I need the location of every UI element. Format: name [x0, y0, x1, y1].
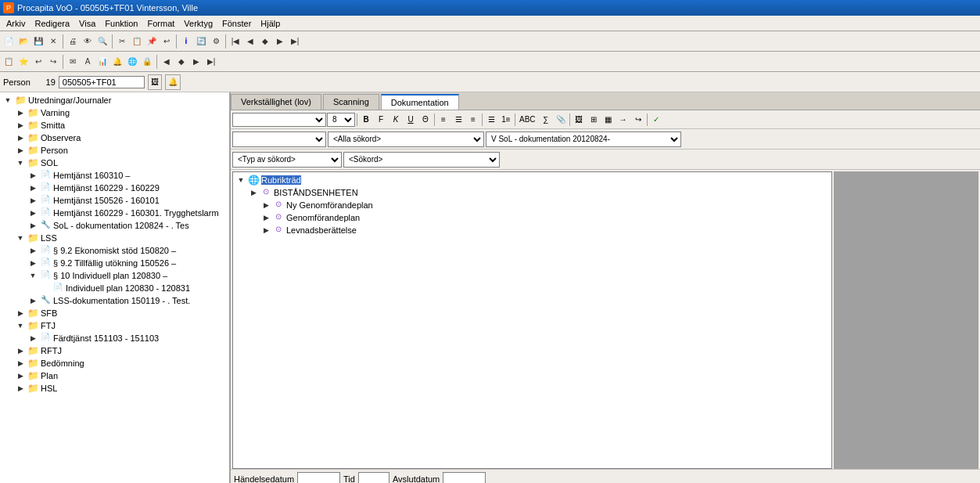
font-family-select[interactable]: [232, 113, 326, 127]
paste-btn[interactable]: 📌: [145, 34, 159, 49]
expander[interactable]: ▶: [14, 384, 27, 392]
img-btn[interactable]: 🖼: [572, 113, 586, 127]
menu-hjalp[interactable]: Hjälp: [256, 17, 285, 30]
expander[interactable]: ▼: [27, 272, 39, 279]
config-btn[interactable]: ⚙: [209, 34, 223, 49]
person-alert-btn[interactable]: 🔔: [165, 74, 181, 90]
tree-item-hemtjanst3[interactable]: ▶ 📄 Hemtjänst 150526 - 160101: [2, 194, 228, 207]
expander[interactable]: ▶: [27, 222, 39, 229]
font-f-btn[interactable]: F: [374, 113, 388, 127]
expander[interactable]: ▶: [14, 359, 27, 367]
cols-btn[interactable]: ▦: [601, 113, 616, 127]
tree-item-hemtjanst1[interactable]: ▶ 📄 Hemtjänst 160310 –: [2, 169, 228, 182]
event-date-input[interactable]: [297, 472, 340, 484]
bold-icon[interactable]: B: [359, 113, 373, 127]
keyword-search-select[interactable]: <Sökord>: [343, 152, 500, 168]
arrow-right-btn[interactable]: →: [616, 113, 630, 127]
expander[interactable]: ▶: [27, 259, 39, 267]
tree-item-observera[interactable]: ▶ 📁 Observera: [2, 132, 228, 144]
doc-root-expander[interactable]: ▼: [235, 176, 247, 184]
expander[interactable]: ▶: [14, 134, 27, 142]
tb2-btn2[interactable]: ⭐: [16, 54, 31, 70]
tree-item-lss-dok[interactable]: ▶ 🔧 LSS-dokumentation 150119 - . Test.: [2, 294, 228, 307]
doc-tree-gen[interactable]: ▶ ⊙ Genomförandeplan: [235, 211, 830, 224]
expander[interactable]: ▶: [14, 146, 27, 154]
tab-scanning[interactable]: Scanning: [323, 94, 379, 110]
doc-tree-lev[interactable]: ▶ ⊙ Levnadsberättelse: [235, 224, 830, 236]
list-btn[interactable]: ☰: [484, 113, 498, 127]
expander[interactable]: ▼: [14, 159, 27, 167]
new-btn[interactable]: 📄: [2, 34, 16, 49]
tb2-btn6[interactable]: 📊: [95, 54, 109, 70]
menu-arkiv[interactable]: Arkiv: [2, 17, 30, 30]
strikethrough-btn[interactable]: Θ: [418, 113, 433, 127]
open-btn[interactable]: 📂: [16, 34, 31, 49]
extra-btn1[interactable]: ∑: [539, 113, 553, 127]
tree-item-hemtjanst4[interactable]: ▶ 📄 Hemtjänst 160229 - 160301. Trygghets…: [2, 207, 228, 219]
tree-item-fardtjanst[interactable]: ▶ 📄 Färdtjänst 151103 - 151103: [2, 332, 228, 344]
menu-funktion[interactable]: Funktion: [100, 17, 142, 30]
tree-item-hsl[interactable]: ▶ 📁 HSL: [2, 382, 228, 395]
menu-verktyg[interactable]: Verktyg: [179, 17, 217, 30]
nav-diamond[interactable]: ◆: [258, 34, 272, 49]
tb2-nav1[interactable]: ◀: [160, 54, 174, 70]
tree-item-smitta[interactable]: ▶ 📁 Smitta: [2, 119, 228, 132]
menu-fonster[interactable]: Fönster: [217, 17, 256, 30]
blank-filter-select[interactable]: [232, 132, 326, 147]
menu-visa[interactable]: Visa: [74, 17, 100, 30]
tb2-font[interactable]: A: [81, 54, 95, 70]
expander[interactable]: ▶: [27, 196, 39, 204]
tree-item-varning[interactable]: ▶ 📁 Varning: [2, 106, 228, 119]
tb2-nav2[interactable]: ◆: [174, 54, 188, 70]
tree-item-hemtjanst2[interactable]: ▶ 📄 Hemtjänst 160229 - 160229: [2, 182, 228, 194]
keyword-select[interactable]: <Alla sökord>: [328, 132, 484, 147]
nav-prev[interactable]: ◀: [243, 34, 257, 49]
tree-item-10-ind[interactable]: ▼ 📄 § 10 Individuell plan 120830 –: [2, 269, 228, 282]
tree-item-bedomning[interactable]: ▶ 📁 Bedömning: [2, 357, 228, 369]
doc-tree-root[interactable]: ▼ 🌐 Rubrikträd: [235, 174, 830, 186]
tree-item-92-ek[interactable]: ▶ 📄 § 9.2 Ekonomiskt stöd 150820 –: [2, 244, 228, 257]
close-btn[interactable]: ✕: [46, 34, 60, 49]
num-list-btn[interactable]: 1≡: [499, 113, 513, 127]
align-right-btn[interactable]: ≡: [466, 113, 480, 127]
tree-item-sol[interactable]: ▼ 📁 SOL: [2, 157, 228, 169]
underline-btn[interactable]: U: [404, 113, 418, 127]
doc-type-select[interactable]: V SoL - dokumentation 20120824-: [486, 132, 681, 147]
tb2-nav3[interactable]: ▶: [189, 54, 203, 70]
tree-item-rftj[interactable]: ▶ 📁 RFTJ: [2, 344, 228, 357]
menu-redigera[interactable]: Redigera: [30, 17, 74, 30]
nav-first[interactable]: |◀: [228, 34, 242, 49]
undo-btn[interactable]: ↩: [160, 34, 174, 49]
extra-btn2[interactable]: 📎: [554, 113, 568, 127]
search-btn[interactable]: 🔍: [95, 34, 109, 49]
tb2-btn9[interactable]: 🔒: [140, 54, 154, 70]
end-date-input[interactable]: [443, 472, 486, 484]
person-photo-btn[interactable]: 🖼: [148, 74, 162, 90]
tab-verkstallighet[interactable]: Verkställighet (lov): [231, 94, 321, 110]
tree-item-ftj[interactable]: ▼ 📁 FTJ: [2, 319, 228, 332]
font-size-select[interactable]: 8: [327, 113, 355, 127]
expander[interactable]: ▶: [260, 201, 272, 209]
doc-tree-bist[interactable]: ▶ ⊙ BISTÅNDSENHETEN: [235, 186, 830, 199]
expander[interactable]: ▶: [27, 184, 39, 192]
expander[interactable]: ▶: [14, 109, 27, 117]
table-btn[interactable]: ⊞: [587, 113, 601, 127]
arrow-right2-btn[interactable]: ↪: [631, 113, 645, 127]
align-left-btn[interactable]: ≡: [436, 113, 451, 127]
save-btn[interactable]: 💾: [31, 34, 45, 49]
tree-item-sfb[interactable]: ▶ 📁 SFB: [2, 307, 228, 319]
refresh-btn[interactable]: 🔄: [194, 34, 208, 49]
preview-btn[interactable]: 👁: [81, 34, 95, 49]
tb2-btn1[interactable]: 📋: [2, 54, 16, 70]
tb2-btn8[interactable]: 🌐: [125, 54, 139, 70]
expander[interactable]: ▼: [14, 234, 27, 242]
check-btn[interactable]: ✓: [649, 113, 663, 127]
spell-btn[interactable]: ABC: [517, 113, 538, 127]
expander[interactable]: ▶: [27, 247, 39, 254]
align-center-btn[interactable]: ☰: [451, 113, 465, 127]
tb2-undo[interactable]: ↩: [31, 54, 45, 70]
tb2-btn7[interactable]: 🔔: [110, 54, 124, 70]
expander[interactable]: ▶: [14, 309, 27, 317]
tree-item-ind-plan[interactable]: ▶ 📄 Individuell plan 120830 - 120831: [2, 282, 228, 294]
cut-btn[interactable]: ✂: [115, 34, 129, 49]
